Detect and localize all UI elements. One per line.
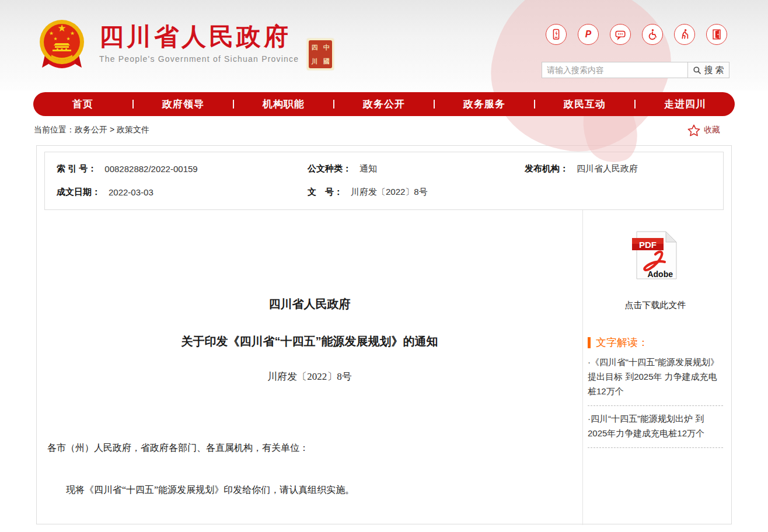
document-panel: 索 引 号： 008282882/2022-00159 公文种类： 通知 发布机… (36, 145, 732, 524)
quick-icon-row: P (546, 24, 727, 45)
door-icon[interactable] (706, 24, 727, 45)
breadcrumb-prefix: 当前位置： (34, 125, 75, 134)
svg-text:★: ★ (49, 30, 54, 36)
svg-text:★: ★ (53, 36, 57, 41)
document-org-title: 四川省人民政府 (37, 296, 582, 312)
meta-issue-date: 成文日期： 2022-03-03 (45, 187, 308, 198)
meta-label: 索 引 号： (57, 163, 96, 174)
breadcrumb: 当前位置：政务公开 > 政策文件 (34, 125, 149, 135)
interpretation-link[interactable]: ·《四川省“十四五”能源发展规划》提出目标 到2025年 力争建成充电桩12万个 (588, 349, 723, 406)
svg-text:★: ★ (66, 36, 70, 41)
seal-char: 四 (312, 44, 318, 51)
interpretation-header: 文字解读： (588, 335, 723, 349)
mobile-icon[interactable] (546, 24, 567, 45)
elderly-mode-icon[interactable] (674, 24, 695, 45)
interpretation-link[interactable]: ·四川“十四五”能源规划出炉 到2025年力争建成充电桩12万个 (588, 406, 723, 448)
meta-label: 公文种类： (308, 163, 351, 174)
china-sichuan-seal-icon: 中 四 國 川 (307, 38, 334, 70)
meta-value: 2022-03-03 (109, 187, 153, 197)
orange-bar-icon (588, 337, 591, 348)
nav-item-info-disclosure[interactable]: 政务公开 (334, 97, 434, 111)
site-logo[interactable]: ★ ★ ★ ★ ★ 四川省人民政府 The People's Governmen… (37, 19, 334, 71)
document-title: 关于印发《四川省“十四五”能源发展规划》的通知 (37, 334, 582, 349)
svg-text:★: ★ (70, 30, 75, 36)
breadcrumb-separator: > (110, 125, 114, 134)
meta-label: 成文日期： (57, 187, 100, 198)
nav-item-about-sichuan[interactable]: 走进四川 (636, 97, 735, 111)
document-sidebar: PDF Adobe 点击下载此文件 文字解读： ·《四川省“十四五”能源发展规划… (583, 210, 731, 525)
meta-issuing-agency: 发布机构： 四川省人民政府 (525, 163, 723, 174)
meta-label: 发布机构： (525, 163, 568, 174)
favorite-button[interactable]: 收藏 (687, 124, 720, 136)
seal-char: 川 (312, 58, 318, 65)
meta-doc-number: 文 号： 川府发〔2022〕8号 (308, 187, 525, 198)
national-emblem-icon: ★ ★ ★ ★ ★ (37, 19, 86, 71)
nav-item-interaction[interactable]: 政民互动 (535, 97, 634, 111)
nav-separator (333, 100, 334, 108)
nav-item-home[interactable]: 首页 (33, 97, 132, 111)
nav-item-leaders[interactable]: 政府领导 (134, 97, 233, 111)
meta-doc-type: 公文种类： 通知 (308, 163, 525, 174)
nav-separator (132, 100, 134, 108)
nav-separator (233, 100, 234, 108)
meta-value: 通知 (359, 163, 377, 174)
interpretation-title: 文字解读： (596, 335, 648, 349)
wheelchair-icon[interactable] (642, 24, 663, 45)
nav-item-functions[interactable]: 机构职能 (234, 97, 333, 111)
nav-separator (634, 100, 636, 108)
svg-text:P: P (585, 29, 592, 39)
svg-text:Adobe: Adobe (647, 270, 673, 279)
document-paragraph: 各市（州）人民政府，省政府各部门、各直属机构，有关单位： (37, 442, 582, 454)
pdf-file-icon: PDF Adobe (632, 231, 679, 280)
site-header: ★ ★ ★ ★ ★ 四川省人民政府 The People's Governmen… (0, 0, 768, 90)
breadcrumb-link-info-disclosure[interactable]: 政务公开 (75, 125, 107, 134)
document-number: 川府发〔2022〕8号 (37, 370, 582, 383)
breadcrumb-link-policy-docs[interactable]: 政策文件 (117, 125, 149, 134)
meta-label: 文 号： (308, 187, 343, 198)
message-icon[interactable] (610, 24, 631, 45)
meta-value: 四川省人民政府 (577, 163, 638, 174)
svg-text:★: ★ (57, 23, 66, 34)
document-main: 四川省人民政府 关于印发《四川省“十四五”能源发展规划》的通知 川府发〔2022… (37, 210, 583, 525)
breadcrumb-row: 当前位置：政务公开 > 政策文件 收藏 (34, 116, 734, 144)
search-input[interactable] (542, 62, 687, 78)
meta-row: 成文日期： 2022-03-03 文 号： 川府发〔2022〕8号 (45, 180, 723, 204)
meta-index-number: 索 引 号： 008282882/2022-00159 (45, 163, 308, 174)
document-body: 四川省人民政府 关于印发《四川省“十四五”能源发展规划》的通知 川府发〔2022… (37, 210, 731, 525)
nav-separator (534, 100, 535, 108)
meta-value: 008282882/2022-00159 (104, 164, 197, 174)
favorite-label: 收藏 (704, 125, 720, 135)
site-title: 四川省人民政府 (99, 23, 299, 50)
nav-item-services[interactable]: 政务服务 (435, 97, 534, 111)
star-icon (687, 124, 700, 136)
search-icon (693, 66, 701, 75)
seal-char: 中 (323, 44, 330, 51)
pdf-download-button[interactable]: PDF Adobe (632, 231, 679, 282)
svg-text:PDF: PDF (639, 240, 657, 250)
site-subtitle: The People's Government of Sichuan Provi… (99, 54, 299, 64)
document-paragraph: 现将《四川省“十四五”能源发展规划》印发给你们，请认真组织实施。 (37, 484, 582, 496)
main-nav: 首页 政府领导 机构职能 政务公开 政务服务 政民互动 走进四川 (33, 92, 735, 116)
pdf-download-label[interactable]: 点击下载此文件 (588, 300, 723, 311)
search-bar: 搜 索 (542, 62, 729, 78)
p-media-icon[interactable]: P (578, 24, 599, 45)
meta-value: 川府发〔2022〕8号 (351, 187, 428, 198)
search-button[interactable]: 搜 索 (687, 62, 729, 78)
seal-char: 國 (323, 58, 330, 65)
nav-separator (434, 100, 435, 108)
search-button-label: 搜 索 (704, 65, 724, 76)
